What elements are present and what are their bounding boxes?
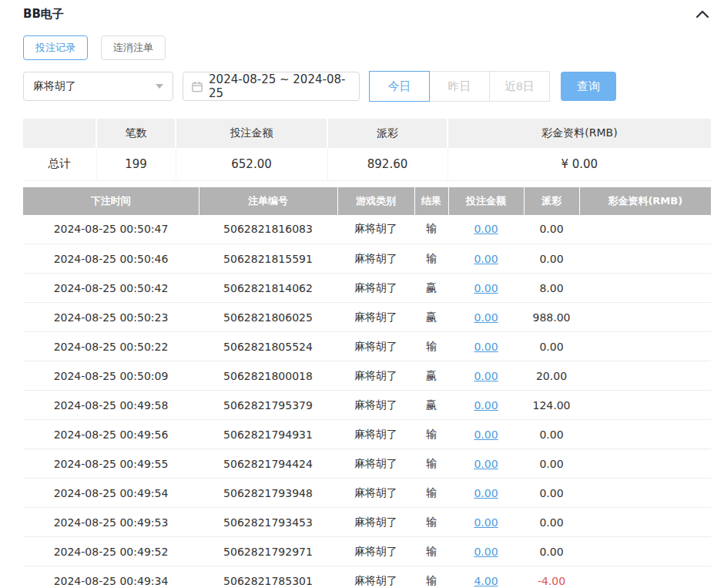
bet-amount-link[interactable]: 4.00	[474, 575, 498, 587]
cell-bet-amount: 0.00	[448, 479, 524, 508]
cell-bonus	[579, 332, 711, 361]
today-button[interactable]: 今日	[369, 71, 430, 102]
cell-bet-time: 2024-08-25 00:50:09	[23, 361, 199, 391]
game-select[interactable]: 麻将胡了	[23, 72, 173, 101]
cell-bet-amount: 0.00	[448, 244, 524, 274]
table-row: 2024-08-25 00:49:34 5062821785301 麻将胡了 输…	[23, 566, 711, 588]
table-row: 2024-08-25 00:49:56 5062821794931 麻将胡了 输…	[23, 420, 711, 449]
bet-amount-link[interactable]: 0.00	[474, 223, 498, 235]
cell-order-id: 5062821815591	[199, 244, 337, 274]
cell-bonus	[579, 537, 711, 566]
tab-cancelled-orders[interactable]: 连消注单	[101, 35, 166, 60]
col-bet-time: 下注时间	[23, 187, 199, 215]
col-bet-amount: 投注金额	[448, 187, 524, 215]
chevron-down-icon	[156, 84, 163, 89]
bet-amount-link[interactable]: 0.00	[474, 341, 498, 353]
cell-order-id: 5062821806025	[199, 303, 337, 332]
cell-result: 输	[414, 244, 448, 274]
cell-bet-time: 2024-08-25 00:49:55	[23, 449, 199, 479]
filter-bar: 麻将胡了 2024-08-25 ~ 2024-08-25 今日 昨日 近8日 查…	[23, 71, 711, 102]
quick-date-buttons: 今日 昨日 近8日	[369, 71, 550, 102]
cell-bet-time: 2024-08-25 00:49:34	[23, 566, 199, 588]
cell-bet-time: 2024-08-25 00:49:58	[23, 391, 199, 420]
col-order-id: 注单编号	[199, 187, 337, 215]
table-row: 2024-08-25 00:49:52 5062821792971 麻将胡了 输…	[23, 537, 711, 566]
cell-result: 赢	[414, 303, 448, 332]
bet-amount-link[interactable]: 0.00	[474, 458, 498, 470]
cell-order-id: 5062821785301	[199, 566, 337, 588]
cell-payout: 0.00	[524, 215, 579, 244]
col-result: 结果	[414, 187, 448, 215]
cell-payout: 0.00	[524, 537, 579, 566]
cell-bet-time: 2024-08-25 00:50:22	[23, 332, 199, 361]
cell-payout: 0.00	[524, 332, 579, 361]
bet-amount-link[interactable]: 0.00	[474, 428, 498, 441]
summary-header-payout: 派彩	[327, 119, 448, 148]
record-type-tabs: 投注记录 连消注单	[23, 35, 711, 60]
bet-amount-link[interactable]: 0.00	[474, 370, 498, 382]
table-row: 2024-08-25 00:50:47 5062821816083 麻将胡了 输…	[23, 215, 711, 244]
last-8-days-button[interactable]: 近8日	[489, 71, 550, 102]
cell-order-id: 5062821816083	[199, 215, 337, 244]
cell-order-id: 5062821793453	[199, 508, 337, 537]
cell-result: 输	[414, 566, 448, 588]
cell-game-type: 麻将胡了	[337, 420, 414, 449]
cell-bonus	[579, 361, 711, 391]
bet-amount-link[interactable]: 0.00	[474, 311, 498, 324]
cell-order-id: 5062821794931	[199, 420, 337, 449]
cell-order-id: 5062821793948	[199, 479, 337, 508]
chevron-up-icon	[696, 9, 709, 18]
bet-amount-link[interactable]: 0.00	[474, 516, 498, 529]
cell-bet-time: 2024-08-25 00:50:42	[23, 274, 199, 303]
cell-game-type: 麻将胡了	[337, 566, 414, 588]
cell-bet-time: 2024-08-25 00:50:47	[23, 215, 199, 244]
tab-bet-records[interactable]: 投注记录	[23, 35, 88, 60]
col-bonus: 彩金资料(RMB)	[579, 187, 711, 215]
table-row: 2024-08-25 00:50:09 5062821800018 麻将胡了 赢…	[23, 361, 711, 391]
bet-amount-link[interactable]: 0.00	[474, 487, 498, 499]
cell-payout: 20.00	[524, 361, 579, 391]
search-button[interactable]: 查询	[561, 72, 616, 101]
summary-total-payout: 892.60	[327, 148, 448, 180]
cell-payout: 0.00	[524, 508, 579, 537]
cell-bet-amount: 0.00	[448, 303, 524, 332]
summary-header-blank	[23, 119, 96, 148]
cell-bet-time: 2024-08-25 00:49:54	[23, 479, 199, 508]
summary-header-count: 笔数	[96, 119, 176, 148]
cell-bet-amount: 0.00	[448, 420, 524, 449]
cell-game-type: 麻将胡了	[337, 391, 414, 420]
bet-amount-link[interactable]: 0.00	[474, 253, 498, 265]
bet-amount-link[interactable]: 0.00	[474, 399, 498, 412]
cell-payout: 0.00	[524, 479, 579, 508]
bet-amount-link[interactable]: 0.00	[474, 546, 498, 558]
summary-header-bet: 投注金额	[176, 119, 327, 148]
cell-game-type: 麻将胡了	[337, 303, 414, 332]
cell-bet-amount: 0.00	[448, 361, 524, 391]
cell-game-type: 麻将胡了	[337, 361, 414, 391]
cell-bet-amount: 4.00	[448, 566, 524, 588]
cell-bet-amount: 0.00	[448, 215, 524, 244]
cell-result: 赢	[414, 361, 448, 391]
cell-result: 输	[414, 479, 448, 508]
cell-bet-time: 2024-08-25 00:50:46	[23, 244, 199, 274]
date-range-input[interactable]: 2024-08-25 ~ 2024-08-25	[183, 72, 360, 101]
cell-bonus	[579, 479, 711, 508]
cell-bet-amount: 0.00	[448, 332, 524, 361]
cell-game-type: 麻将胡了	[337, 508, 414, 537]
cell-game-type: 麻将胡了	[337, 537, 414, 566]
cell-order-id: 5062821805524	[199, 332, 337, 361]
cell-game-type: 麻将胡了	[337, 244, 414, 274]
cell-result: 输	[414, 332, 448, 361]
cell-bet-amount: 0.00	[448, 274, 524, 303]
table-row: 2024-08-25 00:49:58 5062821795379 麻将胡了 赢…	[23, 391, 711, 420]
cell-bonus	[579, 215, 711, 244]
cell-bonus	[579, 508, 711, 537]
cell-bonus	[579, 391, 711, 420]
cell-bonus	[579, 274, 711, 303]
yesterday-button[interactable]: 昨日	[429, 71, 490, 102]
collapse-button[interactable]	[694, 8, 711, 20]
bet-amount-link[interactable]: 0.00	[474, 282, 498, 294]
records-table: 下注时间 注单编号 游戏类别 结果 投注金额 派彩 彩金资料(RMB) 2024…	[23, 187, 711, 588]
summary-total-count: 199	[96, 148, 176, 180]
table-row: 2024-08-25 00:49:53 5062821793453 麻将胡了 输…	[23, 508, 711, 537]
